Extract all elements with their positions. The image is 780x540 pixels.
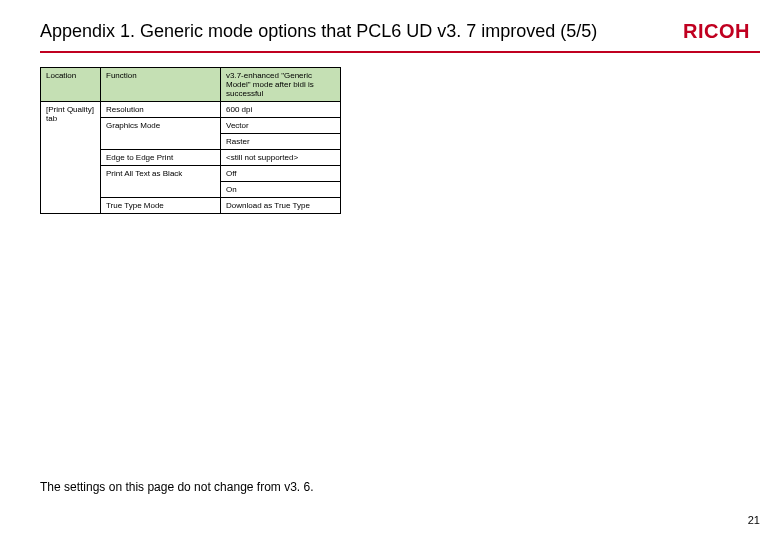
- cell-function: Graphics Mode: [101, 118, 221, 150]
- table-row: [Print Quality] tab Resolution 600 dpi: [41, 102, 341, 118]
- col-header-function: Function: [101, 68, 221, 102]
- table-header-row: Location Function v3.7-enhanced "Generic…: [41, 68, 341, 102]
- slide-header: Appendix 1. Generic mode options that PC…: [0, 0, 780, 47]
- cell-location: [Print Quality] tab: [41, 102, 101, 214]
- col-header-value: v3.7-enhanced "Generic Model" mode after…: [221, 68, 341, 102]
- cell-value: <still not supported>: [221, 150, 341, 166]
- options-table-wrap: Location Function v3.7-enhanced "Generic…: [40, 67, 780, 214]
- cell-value: Raster: [221, 134, 341, 150]
- cell-value: Vector: [221, 118, 341, 134]
- footer-note: The settings on this page do not change …: [40, 480, 314, 494]
- page-title: Appendix 1. Generic mode options that PC…: [40, 21, 683, 42]
- ricoh-logo: RICOH: [683, 20, 760, 43]
- cell-value: 600 dpi: [221, 102, 341, 118]
- divider-rule: [40, 51, 760, 53]
- cell-function: Print All Text as Black: [101, 166, 221, 198]
- cell-function: Edge to Edge Print: [101, 150, 221, 166]
- cell-value: On: [221, 182, 341, 198]
- cell-value: Off: [221, 166, 341, 182]
- page-number: 21: [748, 514, 760, 526]
- cell-function: True Type Mode: [101, 198, 221, 214]
- col-header-location: Location: [41, 68, 101, 102]
- options-table: Location Function v3.7-enhanced "Generic…: [40, 67, 341, 214]
- cell-function: Resolution: [101, 102, 221, 118]
- cell-value: Download as True Type: [221, 198, 341, 214]
